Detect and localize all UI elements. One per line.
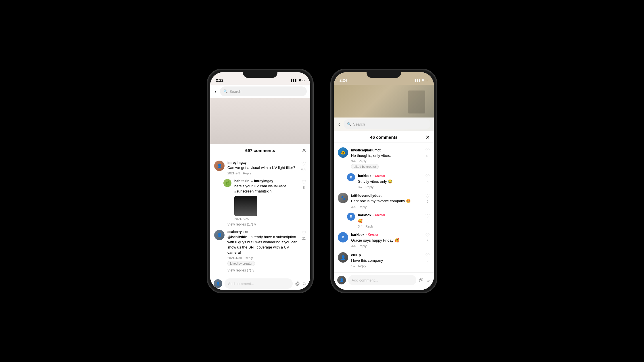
comment-date: 3-4 xyxy=(351,159,356,163)
user-avatar: 👤 xyxy=(337,276,346,284)
phone-2: 2:24 ▌▌▌ ⊠ ▭ ‹ 🔍 Search xyxy=(331,69,437,293)
heart-icon: ♡ xyxy=(425,252,430,259)
video-preview-1 xyxy=(210,98,310,144)
search-area-1: ‹ 🔍 Search xyxy=(210,85,310,98)
avatar: 👤 xyxy=(338,252,348,263)
heart-button[interactable]: ♡ 3 xyxy=(425,213,430,228)
comment-text: Bark box is my favorite company 🤩 xyxy=(351,199,422,204)
comments-panel-2: 46 comments ✕ 🐠 mysticaquariumct No thou… xyxy=(334,131,434,290)
heart-button[interactable]: ♡ 22 xyxy=(302,230,306,266)
close-button-2[interactable]: ✕ xyxy=(425,134,430,140)
comment-meta: 2021-2-25 xyxy=(234,217,299,221)
comment-username: habitskin xyxy=(234,179,250,183)
comment-input-field-2[interactable]: Add comment... xyxy=(348,275,416,285)
heart-button[interactable]: ♡ 6 xyxy=(425,232,430,248)
comment-username: faithlovemollydust xyxy=(351,194,382,198)
emoji-icon[interactable]: ☺ xyxy=(302,281,307,286)
comment-image xyxy=(234,196,257,216)
heart-button[interactable]: ♡ 5 xyxy=(302,179,306,220)
reply-button[interactable]: Reply xyxy=(358,264,366,268)
comment-text: @habitskin I already have a subscription… xyxy=(227,234,299,255)
side-btn-right1 xyxy=(313,116,313,136)
reply-button[interactable]: Reply xyxy=(365,185,373,189)
side-btn-left2 xyxy=(207,122,208,133)
close-button-1[interactable]: ✕ xyxy=(302,147,306,154)
heart-icon: ♡ xyxy=(425,213,430,219)
view-replies-button[interactable]: View replies (7) ∨ xyxy=(227,268,310,272)
heart-count: 2 xyxy=(427,259,428,263)
heart-button[interactable]: ♡ 485 xyxy=(301,161,306,175)
comment-item: 🐠 mysticaquariumct No thoughts, only vib… xyxy=(334,145,434,172)
side-btn-left4 xyxy=(331,122,331,133)
heart-count: 5 xyxy=(303,186,305,189)
liked-by-creator-badge: Liked by creator xyxy=(351,164,379,169)
comment-username: barkbox xyxy=(351,233,365,237)
comment-meta: 3-4 Reply xyxy=(358,225,422,228)
comment-content: mysticaquariumct No thoughts, only vibes… xyxy=(351,147,422,169)
heart-button[interactable]: ♡ 2 xyxy=(425,252,430,268)
creator-dot: · xyxy=(373,173,374,178)
comment-item: 👤 ciel..p I love this company 1w Reply ♡… xyxy=(334,250,434,270)
back-button-1[interactable]: ‹ xyxy=(214,87,218,96)
heart-button[interactable]: ♡ 13 xyxy=(425,147,430,169)
comment-date: 2021-2-3 xyxy=(227,172,240,175)
comment-content: barkbox · Creator Strictly vibes only 😂 … xyxy=(358,173,422,189)
heart-button[interactable]: ♡ 3 xyxy=(425,173,430,189)
back-button-2[interactable]: ‹ xyxy=(337,120,341,128)
creator-badge: Creator xyxy=(375,213,385,217)
search-icon-1: 🔍 xyxy=(223,89,228,93)
comment-text: 🥰 xyxy=(358,218,422,224)
search-bar-2[interactable]: 🔍 Search xyxy=(344,119,430,129)
video-preview-2: ‹ 🔍 Search xyxy=(334,85,434,131)
reply-button[interactable]: Reply xyxy=(243,172,251,175)
comment-content: faithlovemollydust Bark box is my favori… xyxy=(351,193,422,208)
heart-icon: ♡ xyxy=(302,230,306,236)
notch-2 xyxy=(368,70,400,77)
at-icon-2[interactable]: @ xyxy=(419,278,423,283)
reply-button[interactable]: Reply xyxy=(359,244,367,248)
comment-content: habitskin ▶ imreyimgay here's your UV ca… xyxy=(234,179,299,220)
liked-by-creator-badge: Liked by creator xyxy=(227,261,255,266)
comment-item: 👤 seaberry.exe @habitskin I already have… xyxy=(210,228,310,269)
comment-input-field[interactable]: Add comment... xyxy=(225,278,293,289)
comment-meta: 1w Reply xyxy=(351,264,422,268)
creator-badge: Creator xyxy=(368,233,378,236)
view-replies-button[interactable]: View replies (17) ∨ xyxy=(227,222,310,226)
creator-dot: · xyxy=(373,213,374,218)
reply-button[interactable]: Reply xyxy=(365,225,373,228)
comment-username: mysticaquariumct xyxy=(351,148,381,152)
heart-button[interactable]: ♡ 8 xyxy=(425,193,430,208)
comment-username: ciel..p xyxy=(351,253,361,257)
comment-text: Can we get a visual with a UV light filt… xyxy=(227,165,298,170)
heart-icon: ♡ xyxy=(425,193,430,199)
avatar-sm: 🌿 xyxy=(223,179,231,187)
comment-date: 3-4 xyxy=(351,205,356,209)
phones-container: 2:22 ▌▌▌ ⊠ ▭ ‹ 🔍 Search 697 xyxy=(207,69,437,293)
comments-list-1[interactable]: 👤 imreyimgay Can we get a visual with a … xyxy=(210,156,310,276)
comments-list-2[interactable]: 🐠 mysticaquariumct No thoughts, only vib… xyxy=(334,143,434,272)
reply-button[interactable]: Reply xyxy=(359,159,367,163)
user-avatar: 👤 xyxy=(214,279,222,288)
search-bar-1[interactable]: 🔍 Search xyxy=(220,86,307,96)
comment-meta: 3-4 Reply xyxy=(351,159,422,163)
comment-input-area-1: 👤 Add comment... @ ☺ xyxy=(210,276,310,290)
avatar: 👤 xyxy=(214,230,225,240)
reply-button[interactable]: Reply xyxy=(359,205,367,209)
comment-content: seaberry.exe @habitskin I already have a… xyxy=(227,230,299,266)
side-btn-left3 xyxy=(331,107,331,119)
arrow-icon: ▶ xyxy=(251,180,253,183)
avatar-sm: B xyxy=(347,213,355,221)
signal-icon-1: ▌▌▌ xyxy=(291,79,297,82)
comment-image-inner xyxy=(234,196,257,216)
avatar: 🐠 xyxy=(338,147,348,158)
comment-meta: 3-4 Reply xyxy=(351,205,422,209)
emoji-icon-2[interactable]: ☺ xyxy=(426,278,430,283)
at-icon[interactable]: @ xyxy=(295,281,300,286)
avatar: 👤 xyxy=(214,161,225,171)
search-placeholder-1: Search xyxy=(229,89,241,94)
comment-content: barkbox · Creator 🥰 3-4 Reply xyxy=(358,213,422,228)
input-placeholder-2: Add comment... xyxy=(352,278,378,282)
comment-text: Gracie says happy Friday 🥰 xyxy=(351,238,422,243)
comments-header-2: 46 comments ✕ xyxy=(334,131,434,143)
reply-button[interactable]: Reply xyxy=(245,256,253,260)
